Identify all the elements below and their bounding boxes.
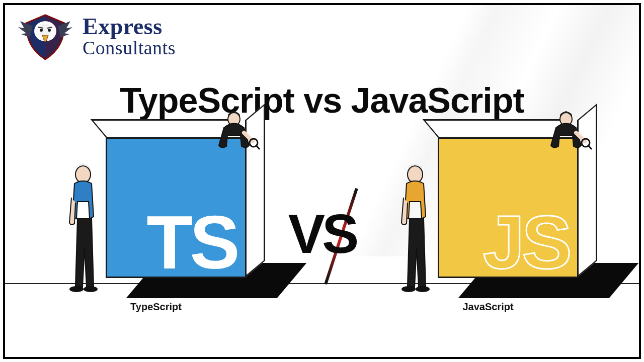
svg-point-14 (416, 286, 430, 292)
svg-point-6 (75, 166, 91, 183)
javascript-box: JS (438, 137, 594, 293)
brand-line1: Express (83, 15, 176, 38)
svg-point-13 (401, 286, 416, 292)
image-frame: Express Consultants TypeScript vs JavaSc… (3, 3, 641, 359)
svg-point-2 (48, 29, 51, 32)
svg-point-7 (69, 286, 84, 292)
js-letters: JS (483, 211, 569, 275)
brand-text: Express Consultants (83, 15, 176, 57)
svg-line-11 (588, 145, 592, 149)
box-front-face: TS (106, 137, 247, 278)
javascript-caption: JavaScript (372, 301, 604, 313)
svg-point-12 (408, 166, 423, 183)
vs-text: VS (288, 206, 356, 261)
standing-person-icon (60, 162, 106, 293)
brand-line2: Consultants (83, 38, 176, 57)
ts-letters: TS (146, 211, 237, 275)
javascript-scene: JS JavaScript (372, 126, 604, 317)
typescript-caption: TypeScript (40, 301, 272, 313)
inspector-person-icon (201, 110, 267, 155)
typescript-scene: TS TypeScript (40, 126, 272, 317)
brand-logo: Express Consultants (15, 11, 176, 61)
inspector-person-icon (533, 110, 599, 155)
svg-line-5 (256, 145, 260, 149)
standing-person-icon (392, 162, 438, 293)
svg-point-1 (40, 29, 43, 32)
typescript-box: TS (106, 137, 262, 293)
svg-point-8 (84, 286, 98, 292)
box-front-face: JS (438, 137, 579, 278)
eagle-shield-icon (15, 11, 75, 61)
